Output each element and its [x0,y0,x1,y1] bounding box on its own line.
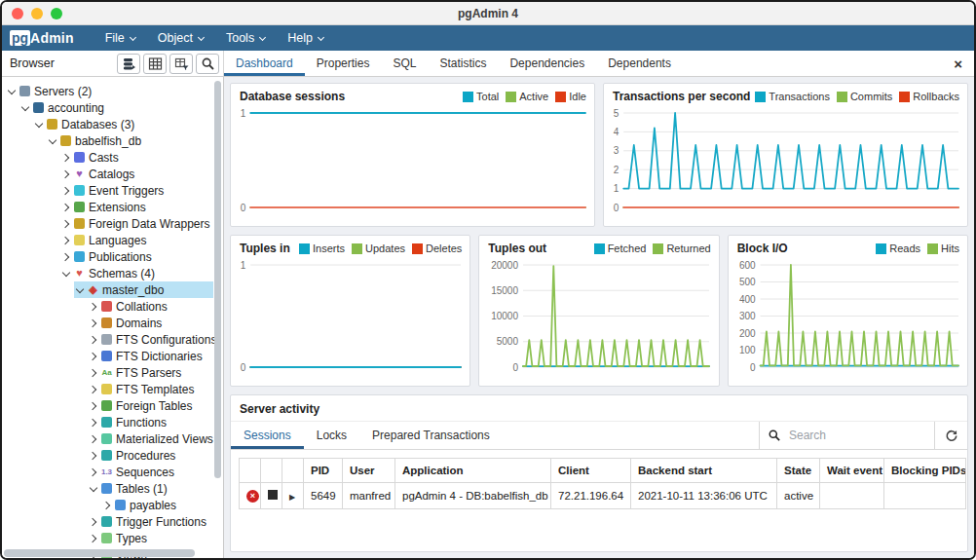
activity-tab-prepared-transactions[interactable]: Prepared Transactions [359,422,503,449]
tree-item-tables-1[interactable]: Tables (1) [2,480,223,497]
expand-row-icon[interactable]: ▶ [289,493,295,502]
tree-item-procedures[interactable]: Procedures [2,447,223,464]
tree-item-trigger-functions[interactable]: Trigger Functions [2,513,223,530]
tab-properties[interactable]: Properties [305,51,382,76]
menu-tools[interactable]: Tools [216,25,278,51]
tree-item-languages[interactable]: Languages [2,232,223,248]
chevron-right-icon[interactable] [60,202,72,213]
tree-item-catalogs[interactable]: ♥Catalogs [2,166,223,182]
chevron-right-icon[interactable] [88,317,99,329]
activity-tab-sessions[interactable]: Sessions [231,422,304,449]
tree-item-foreign-data-wrappers[interactable]: Foreign Data Wrappers [2,215,223,232]
tree-item-accounting[interactable]: accounting [2,99,223,116]
menu-file[interactable]: File [95,25,148,51]
chevron-down-icon[interactable] [47,135,58,147]
tab-dependencies[interactable]: Dependencies [498,51,596,76]
chevron-right-icon[interactable] [60,185,72,197]
menu-object[interactable]: Object [148,25,216,51]
tab-dependents[interactable]: Dependents [596,51,683,76]
tab-dashboard[interactable]: Dashboard [224,51,305,76]
chevron-right-icon[interactable] [60,168,72,180]
close-panel-icon[interactable]: × [954,56,962,71]
tab-statistics[interactable]: Statistics [428,51,498,76]
view-data-button[interactable] [143,54,167,74]
tree-item-content: Casts [60,149,123,166]
chevron-right-icon[interactable] [101,500,113,511]
tree-item-extensions[interactable]: Extensions [2,199,223,215]
chart-row-2: Tuples inInsertsUpdatesDeletes01 Tuples … [230,235,968,387]
tree-item-label: Domains [116,317,162,330]
tree-item-collations[interactable]: Collations [2,298,223,315]
tree-item-fts-configurations[interactable]: FTS Configurations [2,331,223,348]
tree-item-publications[interactable]: Publications [2,248,223,265]
chart-header: Transactions per secondTransactionsCommi… [604,84,967,106]
foreign-data-wrappers-icon [74,218,85,229]
tree-item-foreign-tables[interactable]: Foreign Tables [2,397,223,414]
refresh-button[interactable] [934,422,967,449]
sessions-table-wrap: PIDUserApplicationClientBackend startSta… [231,450,967,517]
chevron-right-icon[interactable] [88,400,99,412]
search-objects-button[interactable] [196,54,219,74]
chevron-down-icon[interactable] [74,284,86,296]
svg-text:20000: 20000 [492,260,519,271]
tree-item-functions[interactable]: Functions [2,414,223,430]
tree-item-materialized-views[interactable]: Materialized Views [2,430,223,447]
terminate-session-icon[interactable]: × [246,490,259,503]
tree-item-types[interactable]: Types [2,530,223,546]
scrollbar-thumb[interactable] [4,549,195,557]
chevron-down-icon[interactable] [33,119,45,131]
sidebar-vertical-scrollbar[interactable] [214,81,221,478]
column-header-blocking-pids: Blocking PIDs [884,459,966,483]
activity-tab-locks[interactable]: Locks [304,422,359,449]
chevron-right-icon[interactable] [60,235,72,246]
menu-help[interactable]: Help [278,25,336,51]
cancel-query-icon[interactable] [268,490,278,500]
chevron-right-icon[interactable] [88,533,99,544]
column-header-wait-event: Wait event [820,459,884,483]
app-menubar: pgAdmin FileObjectToolsHelp [2,25,974,51]
fts-templates-icon [101,384,112,394]
tab-sql[interactable]: SQL [381,51,428,76]
chevron-right-icon[interactable] [88,417,99,429]
chevron-right-icon[interactable] [88,334,99,346]
chevron-right-icon[interactable] [88,516,99,528]
tree-item-master-dbo[interactable]: ◈master_dbo [2,281,223,298]
tree-item-fts-templates[interactable]: FTS Templates [2,381,223,397]
tree-item-casts[interactable]: Casts [2,149,223,166]
filtered-rows-button[interactable] [169,54,193,74]
chevron-down-icon[interactable] [60,268,72,280]
chevron-down-icon[interactable] [19,102,31,114]
chevron-right-icon[interactable] [88,384,99,395]
tree-item-domains[interactable]: Domains [2,315,223,331]
chevron-right-icon[interactable] [88,301,99,313]
tree-item-content: Trigger Functions [88,513,210,530]
tree-item-servers-2[interactable]: Servers (2) [2,83,223,99]
svg-text:400: 400 [739,294,756,305]
connect-server-button[interactable] [117,54,140,74]
tree-item-content: AaFTS Parsers [88,364,185,381]
chevron-right-icon[interactable] [88,467,99,478]
tree-item-label: Trigger Functions [116,515,206,529]
tree-item-event-triggers[interactable]: Event Triggers [2,182,223,199]
activity-search-input[interactable] [789,429,906,442]
chevron-down-icon[interactable] [88,483,99,495]
chevron-right-icon[interactable] [88,367,99,379]
chevron-right-icon[interactable] [60,218,72,230]
chevron-right-icon[interactable] [60,251,72,263]
tree-item-babelfish-db[interactable]: babelfish_db [2,132,223,149]
chevron-right-icon[interactable] [88,433,99,445]
legend-label: Hits [941,243,959,254]
legend-item-reads: Reads [876,243,920,254]
chevron-right-icon[interactable] [88,351,99,362]
tree-item-sequences[interactable]: 1.3Sequences [2,464,223,480]
sidebar-horizontal-scrollbar[interactable] [4,549,211,557]
chevron-right-icon[interactable] [88,450,99,462]
tree-item-schemas-4[interactable]: ♥Schemas (4) [2,265,223,281]
chevron-down-icon[interactable] [6,86,18,97]
tree-item-fts-dictionaries[interactable]: FTS Dictionaries [2,348,223,364]
chevron-right-icon[interactable] [60,152,72,164]
tree-item-fts-parsers[interactable]: AaFTS Parsers [2,364,223,381]
tree-item-databases-3[interactable]: Databases (3) [2,116,223,132]
tree-item-payables[interactable]: payables [2,497,223,513]
schema-master-dbo-icon: ◈ [87,283,99,296]
